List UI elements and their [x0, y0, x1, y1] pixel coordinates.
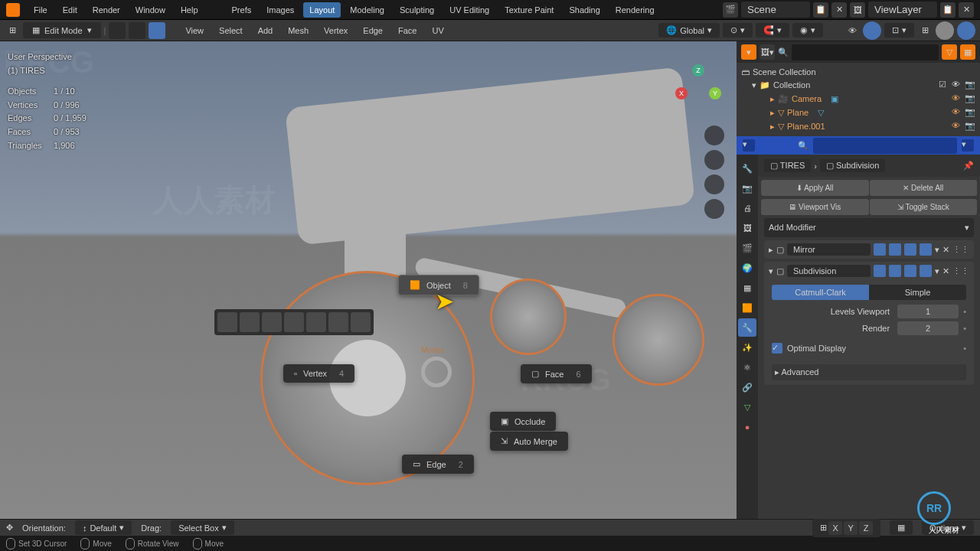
tab-modeling[interactable]: Modeling: [344, 2, 390, 18]
menu-help[interactable]: Help: [175, 2, 204, 18]
blender-logo-icon[interactable]: [6, 3, 20, 17]
tab-render-icon[interactable]: 📷: [738, 179, 756, 197]
menu-edge[interactable]: Edge: [357, 23, 389, 38]
pie-item-automerge[interactable]: ⇲ Auto Merge: [490, 432, 568, 451]
pie-item-edge[interactable]: ▭ Edge 2: [402, 455, 474, 474]
pie-item-face[interactable]: ▢ Face 6: [521, 364, 592, 383]
tab-physics-icon[interactable]: ⚛: [738, 358, 756, 377]
overlay-dropdown[interactable]: ⊡▾: [884, 23, 914, 37]
disclosure-icon[interactable]: ▾: [769, 266, 773, 276]
mod-edit-icon[interactable]: [889, 243, 901, 256]
tree-row-scene[interactable]: 🗃Scene Collection: [737, 66, 980, 78]
navigation-gizmo[interactable]: Z X Y: [674, 64, 723, 113]
menu-view[interactable]: View: [179, 23, 210, 38]
add-modifier-dropdown[interactable]: Add Modifier ▾: [764, 218, 974, 237]
keyframe-dot-icon[interactable]: •: [963, 324, 966, 333]
outliner-mode-icon[interactable]: ▾: [741, 44, 756, 60]
tool-bridge-icon[interactable]: [284, 312, 304, 332]
levels-viewport-input[interactable]: 1: [897, 305, 959, 318]
axis-x-toggle[interactable]: X: [828, 521, 842, 535]
axis-z-icon[interactable]: Z: [692, 64, 704, 77]
tab-scene-icon[interactable]: 🎬: [738, 239, 756, 257]
gizmo-toggle[interactable]: [863, 21, 881, 40]
apply-all-button[interactable]: ⬇ Apply All: [761, 180, 869, 196]
viewlayer-icon[interactable]: 🖼: [850, 2, 865, 18]
menu-uv[interactable]: UV: [426, 23, 449, 38]
tab-world-icon[interactable]: 🌍: [738, 259, 756, 277]
correct-uv-toggle[interactable]: ▦: [890, 520, 913, 535]
menu-mesh[interactable]: Mesh: [282, 23, 315, 38]
tool-grid-icon[interactable]: [240, 312, 260, 332]
visibility-icon[interactable]: 👁: [844, 23, 860, 38]
keyframe-dot-icon[interactable]: •: [963, 344, 966, 353]
tree-row-plane[interactable]: ▸▽Plane▽👁📷: [737, 106, 980, 119]
tab-rendering[interactable]: Rendering: [609, 2, 661, 18]
menu-window[interactable]: Window: [129, 2, 172, 18]
tab-layout[interactable]: Layout: [303, 2, 341, 18]
snap-dropdown[interactable]: 🧲▾: [756, 23, 789, 37]
mod-viewport-icon[interactable]: [904, 265, 916, 277]
tool-draw-icon[interactable]: [217, 312, 237, 332]
properties-search-input[interactable]: [813, 138, 957, 154]
pivot-dropdown[interactable]: ⊙▾: [723, 23, 753, 37]
tool-knife-icon[interactable]: [306, 312, 326, 332]
toggle-stack-button[interactable]: ⇲ Toggle Stack: [870, 199, 978, 215]
mod-cage-icon[interactable]: [874, 265, 886, 277]
filter-icon[interactable]: ▽: [942, 44, 957, 60]
viewlayer-name-input[interactable]: [868, 2, 937, 18]
drag-icon[interactable]: ⋮⋮: [952, 245, 969, 255]
scene-browse-icon[interactable]: 🎬: [723, 2, 738, 18]
tool-expand-icon[interactable]: [351, 312, 371, 332]
tab-modifier-icon[interactable]: 🔧: [738, 318, 756, 337]
mod-viewport-icon[interactable]: [904, 243, 916, 256]
new-collection-icon[interactable]: ▦: [960, 44, 975, 60]
orientation-default-dropdown[interactable]: ↕Default ▾: [75, 520, 132, 535]
mode-dropdown[interactable]: ▦ Edit Mode ▾: [23, 22, 101, 38]
axis-y-icon[interactable]: Y: [709, 87, 721, 99]
render-levels-input[interactable]: 2: [897, 321, 959, 335]
mod-edit-icon[interactable]: [889, 265, 901, 277]
tab-prefs[interactable]: Prefs: [226, 2, 258, 18]
tab-constraint-icon[interactable]: 🔗: [738, 378, 756, 396]
datablock-type-icon[interactable]: ▾: [743, 139, 755, 152]
keyframe-dot-icon[interactable]: •: [963, 307, 966, 316]
menu-add[interactable]: Add: [252, 23, 279, 38]
close-icon[interactable]: ✕: [942, 266, 949, 276]
tab-texturepaint[interactable]: Texture Paint: [498, 2, 560, 18]
vertex-select-icon[interactable]: [109, 22, 126, 39]
tool-connect-icon[interactable]: [262, 312, 282, 332]
disclosure-icon[interactable]: ▾: [752, 80, 756, 90]
scene-name-input[interactable]: [741, 2, 810, 18]
menu-file[interactable]: File: [28, 2, 54, 18]
orientation-dropdown[interactable]: 🌐 Global ▾: [658, 23, 720, 37]
viewlayer-close-icon[interactable]: ✕: [959, 2, 974, 18]
chevron-down-icon[interactable]: ▾: [935, 266, 939, 276]
tab-output-icon[interactable]: 🖨: [738, 199, 756, 217]
menu-edit[interactable]: Edit: [57, 2, 83, 18]
tab-tool-icon[interactable]: 🔧: [738, 159, 756, 178]
tab-viewlayer-icon[interactable]: 🖼: [738, 219, 756, 237]
menu-select[interactable]: Select: [213, 23, 249, 38]
mod-render-icon[interactable]: [920, 265, 932, 277]
move-view-icon[interactable]: [704, 150, 724, 170]
face-select-icon[interactable]: [149, 22, 165, 39]
delete-all-button[interactable]: ✕ Delete All: [870, 180, 978, 196]
tree-row-plane001[interactable]: ▸▽Plane.001👁📷: [737, 119, 980, 133]
edge-select-icon[interactable]: [129, 22, 145, 39]
xray-toggle[interactable]: ⊞: [917, 23, 933, 38]
tab-material-icon[interactable]: ●: [738, 418, 756, 436]
display-mode-icon[interactable]: 🖼▾: [760, 44, 775, 60]
axis-x-icon[interactable]: X: [675, 87, 688, 99]
options-icon[interactable]: ▾: [962, 139, 974, 152]
editor-type-icon[interactable]: ⊞: [5, 23, 20, 38]
breadcrumb-object[interactable]: ▢ TIRES: [764, 159, 811, 172]
menu-vertex[interactable]: Vertex: [318, 23, 354, 38]
zoom-icon[interactable]: [704, 126, 724, 145]
menu-face[interactable]: Face: [392, 23, 423, 38]
tab-particle-icon[interactable]: ✨: [738, 338, 756, 357]
tool-select-icon[interactable]: [328, 312, 348, 332]
camera-view-icon[interactable]: [704, 174, 724, 194]
axis-y-toggle[interactable]: Y: [844, 521, 858, 535]
viewlayer-new-icon[interactable]: 📋: [940, 2, 956, 18]
scene-new-icon[interactable]: 📋: [813, 2, 828, 18]
